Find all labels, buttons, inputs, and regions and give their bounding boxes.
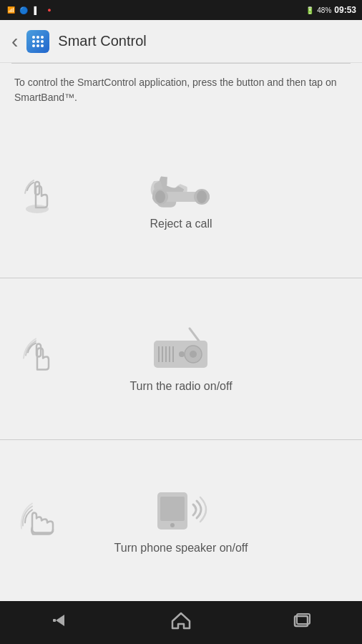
radio-icon <box>150 325 211 371</box>
nav-recent-button[interactable] <box>278 606 326 639</box>
svg-point-31 <box>170 523 175 527</box>
svg-point-7 <box>36 44 39 47</box>
feature-radio: Turn the radio on/off <box>0 278 362 439</box>
svg-point-0 <box>32 36 35 39</box>
bt-icon: 🔵 <box>19 6 29 14</box>
status-bar-right: 🔋 48% 09:53 <box>305 5 356 15</box>
reject-call-label: Reject a call <box>150 218 212 230</box>
svg-point-8 <box>41 44 44 47</box>
svg-point-6 <box>32 44 35 47</box>
svg-point-17 <box>197 190 207 203</box>
svg-point-9 <box>26 205 49 213</box>
battery-level: 48% <box>317 6 331 14</box>
svg-point-2 <box>41 36 44 39</box>
svg-rect-32 <box>53 619 56 622</box>
gesture-hold-icon <box>21 497 59 545</box>
status-bar-left: 📶 🔵 ▌ ● <box>6 6 54 14</box>
gesture-single-tap-icon <box>21 175 54 220</box>
svg-point-5 <box>41 40 44 43</box>
nav-back-button[interactable] <box>36 606 84 639</box>
notification-icon: ● <box>44 6 54 14</box>
signal-icon: ▌ <box>31 6 41 14</box>
speaker-icon-container: Turn phone speaker on/off <box>114 487 248 555</box>
app-title: Smart Control <box>58 33 146 49</box>
app-icon <box>26 30 49 53</box>
feature-reject-call: Reject a call <box>0 117 362 278</box>
svg-rect-10 <box>35 182 39 195</box>
svg-point-1 <box>36 36 39 39</box>
back-button[interactable]: ‹ <box>11 30 18 53</box>
battery-icon: 🔋 <box>305 6 314 14</box>
speaker-label: Turn phone speaker on/off <box>114 542 248 555</box>
gesture-double-tap-icon <box>21 335 57 383</box>
nav-home-button[interactable] <box>157 605 205 640</box>
status-bar: 📶 🔵 ▌ ● 🔋 48% 09:53 <box>0 0 362 20</box>
radio-icon-container: Turn the radio on/off <box>129 325 232 393</box>
radio-label: Turn the radio on/off <box>129 380 232 393</box>
svg-rect-30 <box>160 497 185 521</box>
svg-point-4 <box>36 40 39 43</box>
app-header: ‹ Smart Control <box>0 20 362 63</box>
status-time: 09:53 <box>334 5 356 15</box>
svg-point-27 <box>190 351 197 358</box>
svg-point-3 <box>32 40 35 43</box>
reject-call-handset <box>149 177 213 209</box>
feature-speaker: Turn phone speaker on/off <box>0 439 362 601</box>
svg-point-16 <box>155 190 165 203</box>
speaker-phone-icon <box>150 487 211 533</box>
features-list: Reject a call <box>0 117 362 601</box>
wifi-icon: 📶 <box>6 6 16 14</box>
bottom-navigation <box>0 601 362 644</box>
description-text: To control the SmartControl application,… <box>0 64 362 117</box>
reject-call-icon-container: Reject a call <box>149 165 213 230</box>
svg-rect-18 <box>36 343 41 356</box>
svg-point-28 <box>179 351 185 357</box>
